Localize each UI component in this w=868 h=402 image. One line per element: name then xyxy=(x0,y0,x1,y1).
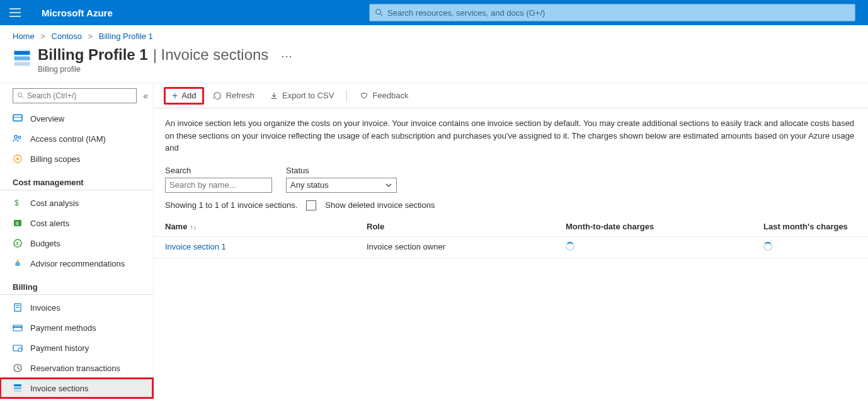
col-role-header[interactable]: Role xyxy=(367,222,566,231)
feedback-label: Feedback xyxy=(372,91,408,100)
sidebar-item-label: Access control (IAM) xyxy=(30,134,106,144)
overview-icon xyxy=(13,113,23,123)
search-label: Search xyxy=(165,166,272,175)
add-label: Add xyxy=(181,91,196,100)
people-icon xyxy=(13,134,23,144)
global-search-input[interactable] xyxy=(387,8,850,18)
svg-rect-3 xyxy=(14,57,30,60)
clock-icon xyxy=(13,363,23,373)
sidebar-item-cost-analysis[interactable]: $ Cost analysis xyxy=(0,193,153,213)
breadcrumb-home[interactable]: Home xyxy=(13,32,35,41)
sidebar-item-label: Cost analysis xyxy=(30,198,79,208)
svg-point-9 xyxy=(14,135,18,139)
sidebar-item-label: Overview xyxy=(30,114,64,123)
feedback-button[interactable]: Feedback xyxy=(353,87,414,105)
global-search[interactable] xyxy=(369,4,855,21)
page-header: Billing Profile 1 | Invoice sections ⋯ B… xyxy=(0,45,868,83)
breadcrumb-profile[interactable]: Billing Profile 1 xyxy=(99,32,153,41)
add-button[interactable]: + Add xyxy=(164,87,204,105)
card-icon xyxy=(13,323,23,333)
brand-label: Microsoft Azure xyxy=(42,8,113,18)
sidebar-item-payment-history[interactable]: Payment history xyxy=(0,338,153,358)
sidebar-item-payment-methods[interactable]: Payment methods xyxy=(0,318,153,338)
status-dropdown[interactable]: Any status xyxy=(286,178,397,193)
sidebar: « Overview Access control (IAM) Billing … xyxy=(0,83,154,398)
loading-spinner-icon xyxy=(566,242,574,251)
sidebar-group-billing: Billing xyxy=(0,273,153,295)
page-title: Billing Profile 1 xyxy=(38,46,148,64)
showing-text: Showing 1 to 1 of 1 invoice sections. xyxy=(165,200,297,210)
breadcrumb-account[interactable]: Contoso xyxy=(52,32,82,41)
status-label: Status xyxy=(286,166,397,175)
show-deleted-checkbox[interactable] xyxy=(306,200,316,210)
sidebar-item-billing-scopes[interactable]: Billing scopes xyxy=(0,149,153,169)
sidebar-item-label: Advisor recommendations xyxy=(30,259,125,268)
svg-rect-23 xyxy=(13,326,22,328)
col-name-header[interactable]: Name↑↓ xyxy=(165,222,367,231)
page-subtitle: Billing profile xyxy=(38,65,292,74)
export-button[interactable]: Export to CSV xyxy=(263,87,340,105)
row-name[interactable]: Invoice section 1 xyxy=(165,242,367,253)
sidebar-item-overview[interactable]: Overview xyxy=(0,108,153,129)
svg-point-12 xyxy=(16,158,19,160)
breadcrumb: Home > Contoso > Billing Profile 1 xyxy=(0,25,868,45)
budget-icon: $ xyxy=(13,238,23,248)
refresh-icon xyxy=(213,91,222,100)
sidebar-item-cost-alerts[interactable]: $ Cost alerts xyxy=(0,213,153,233)
description-text: An invoice section lets you organize the… xyxy=(154,108,868,166)
svg-text:$: $ xyxy=(16,241,19,246)
more-actions-icon[interactable]: ⋯ xyxy=(281,49,292,63)
svg-line-6 xyxy=(21,96,23,98)
sidebar-item-label: Reservation transactions xyxy=(30,364,120,373)
toolbar-separator xyxy=(346,90,347,101)
table-header: Name↑↓ Role Month-to-date charges Last m… xyxy=(154,217,868,237)
svg-rect-2 xyxy=(14,51,30,55)
alert-icon: $ xyxy=(13,218,23,228)
row-mtd xyxy=(566,242,763,253)
main-panel: + Add Refresh Export to CSV Feedback An … xyxy=(154,83,868,398)
history-icon xyxy=(13,343,23,353)
sort-icon: ↑↓ xyxy=(190,223,197,231)
menu-icon[interactable] xyxy=(0,8,30,17)
show-deleted-label: Show deleted invoice sections xyxy=(325,200,435,210)
col-last-header[interactable]: Last month's charges xyxy=(763,222,857,231)
sidebar-item-invoices[interactable]: Invoices xyxy=(0,297,153,318)
collapse-sidebar-icon[interactable]: « xyxy=(143,91,148,101)
svg-text:$: $ xyxy=(14,198,19,207)
svg-text:$: $ xyxy=(16,221,19,226)
scope-icon xyxy=(13,154,23,164)
sidebar-item-label: Budgets xyxy=(30,239,60,248)
invoice-sections-icon xyxy=(13,383,23,393)
sidebar-item-invoice-sections[interactable]: Invoice sections xyxy=(0,378,153,398)
sidebar-item-advisor[interactable]: Advisor recommendations xyxy=(0,253,153,273)
svg-rect-27 xyxy=(14,384,21,386)
sidebar-item-budgets[interactable]: $ Budgets xyxy=(0,233,153,253)
sidebar-item-reservation[interactable]: Reservation transactions xyxy=(0,358,153,378)
export-label: Export to CSV xyxy=(282,91,334,100)
loading-spinner-icon xyxy=(763,242,772,251)
sidebar-item-access-control[interactable]: Access control (IAM) xyxy=(0,129,153,149)
page-title-suffix: | Invoice sections xyxy=(153,46,269,64)
refresh-button[interactable]: Refresh xyxy=(207,87,261,105)
search-name-input[interactable] xyxy=(165,178,272,193)
svg-rect-7 xyxy=(13,115,22,121)
invoice-sections-icon xyxy=(13,49,31,67)
svg-rect-28 xyxy=(14,388,21,389)
svg-point-10 xyxy=(18,136,21,139)
sidebar-item-label: Payment history xyxy=(30,343,89,353)
top-bar: Microsoft Azure xyxy=(0,0,868,25)
refresh-label: Refresh xyxy=(226,91,254,100)
status-value: Any status xyxy=(290,180,329,190)
row-last xyxy=(763,242,857,253)
sidebar-search[interactable] xyxy=(13,88,137,103)
sidebar-search-input[interactable] xyxy=(27,91,132,100)
table-row[interactable]: Invoice section 1 Invoice section owner xyxy=(154,237,868,258)
cost-analysis-icon: $ xyxy=(13,198,23,208)
showing-row: Showing 1 to 1 of 1 invoice sections. Sh… xyxy=(154,200,868,217)
svg-rect-4 xyxy=(14,62,30,66)
svg-point-25 xyxy=(18,348,22,352)
plus-icon: + xyxy=(172,90,178,101)
col-mtd-header[interactable]: Month-to-date charges xyxy=(566,222,763,231)
svg-line-1 xyxy=(380,14,383,16)
row-role: Invoice section owner xyxy=(367,242,566,253)
